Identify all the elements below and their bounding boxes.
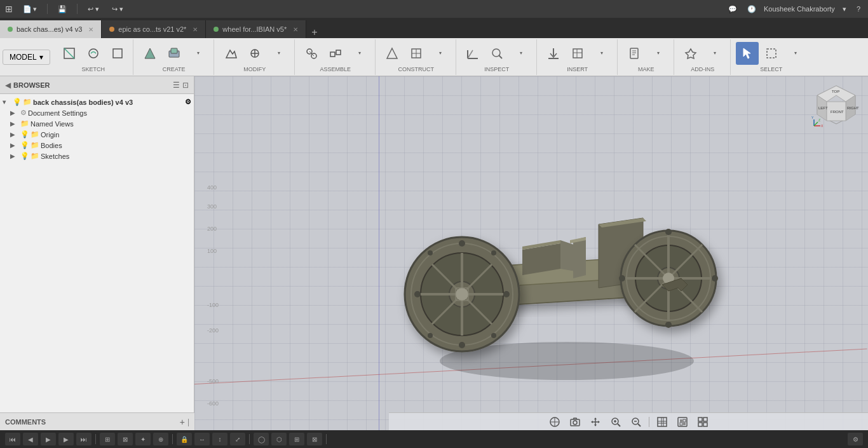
svg-rect-27 <box>630 48 638 58</box>
modify-more[interactable]: ▾ <box>268 42 290 65</box>
status-first-btn[interactable]: ⏮ <box>5 433 20 445</box>
tree-bodies[interactable]: ▶ 💡 📁 Bodies <box>0 140 194 151</box>
status-prev-btn[interactable]: ◀ <box>23 433 38 445</box>
status-v-btn[interactable]: ↕ <box>212 433 227 445</box>
select-btn-1[interactable] <box>736 42 759 65</box>
tree-named-views[interactable]: ▶ 📁 Named Views <box>0 118 194 129</box>
status-last-btn[interactable]: ⏭ <box>76 433 92 445</box>
vb-pan-btn[interactable] <box>587 415 604 429</box>
tree-origin[interactable]: ▶ 💡 📁 Origin <box>0 129 194 140</box>
create-btn-1[interactable] <box>139 42 161 65</box>
svg-line-1 <box>64 48 74 58</box>
svg-rect-96 <box>703 423 707 426</box>
tab-2-close[interactable]: ✕ <box>293 26 298 33</box>
status-snap-btn[interactable]: ⊠ <box>118 433 133 445</box>
tree-sketches[interactable]: ▶ 💡 📁 Sketches <box>0 151 194 161</box>
vb-display-btn[interactable] <box>674 415 691 429</box>
redo-button[interactable]: ↪ ▾ <box>109 4 126 15</box>
model-dropdown[interactable]: MODEL ▾ <box>3 50 50 65</box>
user-dropdown[interactable]: ▾ <box>840 4 849 15</box>
doc-expand-icon: ▶ <box>10 109 19 116</box>
undo-button[interactable]: ↩ ▾ <box>85 4 102 15</box>
status-sep4 <box>326 434 327 444</box>
grid-num-3: 200 <box>207 226 217 232</box>
tree-doc-settings[interactable]: ▶ ⚙ Document Settings <box>0 107 194 118</box>
create-btn-2[interactable] <box>163 42 186 65</box>
construct-more[interactable]: ▾ <box>429 42 452 65</box>
grid-num-6: -200 <box>207 327 219 334</box>
status-next-btn[interactable]: ▶ <box>58 433 74 445</box>
status-square-btn[interactable]: ⊞ <box>289 433 304 445</box>
svg-point-38 <box>459 240 465 247</box>
vb-zoom-btn[interactable] <box>607 415 625 429</box>
status-grid-btn[interactable]: ⊞ <box>100 433 115 445</box>
toolbar-insert-group: ▾ INSERT <box>538 39 618 75</box>
make-more[interactable]: ▾ <box>647 42 670 65</box>
insert-btn-1[interactable] <box>542 42 565 65</box>
vb-home-btn[interactable] <box>546 415 564 429</box>
construct-btn-2[interactable] <box>405 42 428 65</box>
grid-num-7: -500 <box>207 378 219 384</box>
sketch-btn-1[interactable] <box>58 42 81 65</box>
modify-btn-2[interactable] <box>243 42 266 65</box>
tree-root-item[interactable]: ▾ 💡 📁 back chassis(as bodies) v4 v3 ⚙ <box>0 97 194 107</box>
select-more[interactable]: ▾ <box>784 42 807 65</box>
sketch-btn-3[interactable] <box>106 42 129 65</box>
inspect-btn-1[interactable] <box>461 42 484 65</box>
status-add-btn[interactable]: ⊕ <box>153 433 168 445</box>
vb-camera-btn[interactable] <box>566 415 584 429</box>
insert-btn-2[interactable] <box>566 42 589 65</box>
tab-0-close[interactable]: ✕ <box>88 26 93 33</box>
create-more[interactable]: ▾ <box>187 42 210 65</box>
make-label: MAKE <box>638 66 654 72</box>
app-grid-icon[interactable]: ⊞ <box>5 4 13 14</box>
vb-view-btn[interactable] <box>694 415 712 429</box>
add-comment-button[interactable]: + <box>180 417 185 427</box>
status-h-btn[interactable]: ↔ <box>194 433 210 445</box>
addins-more[interactable]: ▾ <box>703 42 726 65</box>
vb-zoom2-btn[interactable] <box>627 415 645 429</box>
viewport[interactable]: 400 300 200 100 -100 -200 -500 -600 <box>194 76 868 448</box>
browser-more[interactable]: ⊡ <box>182 81 189 90</box>
sketch-btn-2[interactable] <box>82 42 105 65</box>
status-lock-btn[interactable]: 🔒 <box>177 433 192 445</box>
assemble-more[interactable]: ▾ <box>348 42 371 65</box>
add-tab-button[interactable]: + <box>306 27 322 38</box>
nav-cube[interactable]: TOP FRONT RIGHT LEFT Y X Z <box>811 83 862 133</box>
status-star-btn[interactable]: ✦ <box>135 433 151 445</box>
tab-1[interactable]: epic as co...ts v21 v2* ✕ <box>102 20 206 38</box>
addins-btn-1[interactable] <box>679 42 702 65</box>
help-icon[interactable]: ? <box>854 4 863 14</box>
svg-point-54 <box>665 229 672 235</box>
assemble-btn-1[interactable] <box>300 42 323 65</box>
tab-2[interactable]: wheel for...IBIAN v5* ✕ <box>206 20 306 38</box>
status-box-btn[interactable]: ⊠ <box>307 433 322 445</box>
status-play-btn[interactable]: ▶ <box>41 433 56 445</box>
modify-btn-1[interactable] <box>219 42 242 65</box>
tab-0[interactable]: back chas...es) v4 v3 ✕ <box>0 20 102 38</box>
assemble-btn-2[interactable] <box>324 42 347 65</box>
status-resize-btn[interactable]: ⤢ <box>230 433 245 445</box>
status-settings-btn[interactable]: ⚙ <box>848 433 863 445</box>
grid-num-4: 100 <box>207 248 217 254</box>
status-circle-btn[interactable]: ◯ <box>254 433 269 445</box>
save-button[interactable]: 💾 <box>55 4 69 15</box>
svg-point-45 <box>428 333 433 338</box>
status-hex-btn[interactable]: ⬡ <box>271 433 287 445</box>
comments-icon-top[interactable]: 💬 <box>726 4 740 15</box>
inspect-btn-2[interactable] <box>485 42 508 65</box>
construct-btn-1[interactable] <box>381 42 403 65</box>
clock-icon[interactable]: 🕐 <box>745 4 759 15</box>
tab-1-close[interactable]: ✕ <box>193 26 198 33</box>
insert-more[interactable]: ▾ <box>590 42 613 65</box>
inspect-more[interactable]: ▾ <box>510 42 532 65</box>
file-menu[interactable]: 📄▾ <box>20 4 39 15</box>
browser-options[interactable]: ☰ <box>173 81 180 90</box>
browser-collapse[interactable]: ◀ <box>5 81 11 90</box>
vb-grid-btn[interactable] <box>653 415 671 429</box>
user-name-label: Kousheek Chakraborty <box>764 5 835 13</box>
named-views-label: Named Views <box>31 120 191 128</box>
select-btn-2[interactable] <box>760 42 783 65</box>
center-box <box>522 240 580 275</box>
make-btn-1[interactable] <box>623 42 646 65</box>
